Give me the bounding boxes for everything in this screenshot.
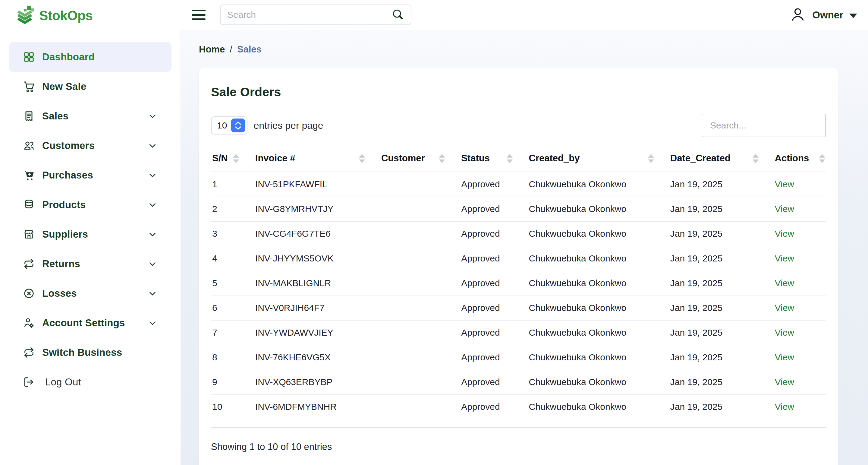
sale-orders-card: Sale Orders 10 entries per page S/NInvoi xyxy=(199,67,838,465)
table-row: 6INV-V0RJIH64F7ApprovedChukwuebuka Okonk… xyxy=(211,295,826,320)
view-link[interactable]: View xyxy=(775,327,794,338)
cell-status: Approved xyxy=(460,197,527,221)
cell-sn: 2 xyxy=(211,197,254,221)
sidebar-item-label: Sales xyxy=(42,110,68,122)
column-header-actions[interactable]: Actions xyxy=(774,146,826,172)
view-link[interactable]: View xyxy=(775,253,794,263)
cell-sn: 4 xyxy=(211,246,254,271)
cell-date_created: Jan 19, 2025 xyxy=(669,395,774,419)
column-header-customer[interactable]: Customer xyxy=(380,146,460,172)
view-link[interactable]: View xyxy=(775,229,794,238)
table-search-input[interactable] xyxy=(702,114,826,137)
cell-actions: View xyxy=(774,246,826,271)
table-controls: 10 entries per page xyxy=(211,114,826,137)
column-header-label: Actions xyxy=(775,153,809,164)
cell-status: Approved xyxy=(460,295,527,320)
cell-date_created: Jan 19, 2025 xyxy=(669,295,774,320)
chevron-down-icon xyxy=(147,318,158,328)
cell-customer xyxy=(380,345,460,370)
column-header-label: Created_by xyxy=(529,153,580,164)
table-body: 1INV-51PKFAWFILApprovedChukwuebuka Okonk… xyxy=(211,172,826,419)
column-header-date-created[interactable]: Date_Created xyxy=(669,146,774,172)
column-header-label: Date_Created xyxy=(670,153,731,164)
menu-toggle-icon[interactable] xyxy=(192,8,206,21)
sidebar-item-switch-business[interactable]: Switch Business xyxy=(9,338,172,367)
cell-status: Approved xyxy=(460,221,527,246)
sidebar-item-label: Suppliers xyxy=(42,229,88,240)
customers-icon xyxy=(23,140,35,152)
column-header-label: Invoice # xyxy=(255,153,296,164)
sidebar-item-label: Returns xyxy=(42,258,80,269)
sidebar-item-products[interactable]: Products xyxy=(9,190,172,220)
cell-date_created: Jan 19, 2025 xyxy=(669,271,774,295)
cell-invoice: INV-G8YMRHVTJY xyxy=(254,197,380,221)
sidebar-item-log-out[interactable]: Log Out xyxy=(9,367,172,397)
cell-sn: 5 xyxy=(211,271,254,295)
stepper-icon xyxy=(231,118,245,133)
view-link[interactable]: View xyxy=(775,402,794,412)
cell-sn: 6 xyxy=(211,295,254,320)
cell-created_by: Chukwuebuka Okonkwo xyxy=(528,345,669,370)
view-link[interactable]: View xyxy=(775,179,794,189)
cell-customer xyxy=(380,370,460,395)
entries-per-page-select[interactable]: 10 xyxy=(211,116,247,135)
sidebar-item-account-settings[interactable]: Account Settings xyxy=(9,308,172,338)
sidebar-item-label: Losses xyxy=(42,288,77,299)
table-row: 9INV-XQ63ERBYBPApprovedChukwuebuka Okonk… xyxy=(211,370,826,395)
column-header-s-n[interactable]: S/N xyxy=(211,146,254,172)
column-header-created-by[interactable]: Created_by xyxy=(528,146,669,172)
view-link[interactable]: View xyxy=(775,352,794,362)
view-link[interactable]: View xyxy=(775,204,794,214)
cell-status: Approved xyxy=(460,320,527,345)
sidebar-item-losses[interactable]: Losses xyxy=(9,279,172,308)
cell-created_by: Chukwuebuka Okonkwo xyxy=(528,271,669,295)
cell-created_by: Chukwuebuka Okonkwo xyxy=(528,197,669,221)
breadcrumb-separator: / xyxy=(230,44,232,55)
sidebar-item-label: Switch Business xyxy=(42,347,122,358)
breadcrumb-home-link[interactable]: Home xyxy=(199,44,225,55)
column-header-invoice[interactable]: Invoice # xyxy=(254,146,380,172)
breadcrumb: Home / Sales xyxy=(199,44,838,55)
sidebar: Dashboard New Sale Sales xyxy=(0,30,181,465)
sidebar-item-suppliers[interactable]: Suppliers xyxy=(9,220,172,249)
sidebar-item-label: Log Out xyxy=(45,376,81,388)
cell-sn: 1 xyxy=(211,172,254,197)
logo-text: StokOps xyxy=(39,8,93,23)
cell-sn: 3 xyxy=(211,221,254,246)
cell-status: Approved xyxy=(460,370,527,395)
cell-actions: View xyxy=(774,172,826,197)
user-menu[interactable]: Owner xyxy=(789,0,857,30)
sidebar-item-label: Customers xyxy=(42,140,95,151)
cell-actions: View xyxy=(774,221,826,246)
view-link[interactable]: View xyxy=(775,278,794,288)
sort-icons xyxy=(819,154,825,163)
app-logo[interactable]: StokOps xyxy=(16,4,93,27)
sidebar-item-purchases[interactable]: Purchases xyxy=(9,161,172,190)
cell-actions: View xyxy=(774,345,826,370)
cell-created_by: Chukwuebuka Okonkwo xyxy=(528,172,669,197)
cell-date_created: Jan 19, 2025 xyxy=(669,246,774,271)
cell-invoice: INV-JHYYMS5OVK xyxy=(254,246,380,271)
sidebar-item-new-sale[interactable]: New Sale xyxy=(9,72,172,101)
sidebar-item-returns[interactable]: Returns xyxy=(9,249,172,279)
chevron-down-icon xyxy=(849,13,857,18)
chevron-down-icon xyxy=(147,111,158,121)
cell-date_created: Jan 19, 2025 xyxy=(669,370,774,395)
search-icon[interactable] xyxy=(391,7,404,22)
global-search-input[interactable] xyxy=(227,10,391,20)
table-row: 3INV-CG4F6G7TE6ApprovedChukwuebuka Okonk… xyxy=(211,221,826,246)
chevron-down-icon xyxy=(147,259,158,269)
column-header-label: Customer xyxy=(381,153,425,164)
entries-per-page: 10 entries per page xyxy=(211,116,323,135)
table-end-divider xyxy=(211,427,826,428)
x-circle-icon xyxy=(23,287,35,299)
column-header-status[interactable]: Status xyxy=(460,146,527,172)
sidebar-item-dashboard[interactable]: Dashboard xyxy=(9,42,172,72)
sidebar-item-customers[interactable]: Customers xyxy=(9,131,172,161)
cell-status: Approved xyxy=(460,172,527,197)
user-role-label: Owner xyxy=(812,9,843,21)
view-link[interactable]: View xyxy=(775,303,794,313)
cell-sn: 8 xyxy=(211,345,254,370)
sidebar-item-sales[interactable]: Sales xyxy=(9,101,172,131)
view-link[interactable]: View xyxy=(775,377,794,387)
